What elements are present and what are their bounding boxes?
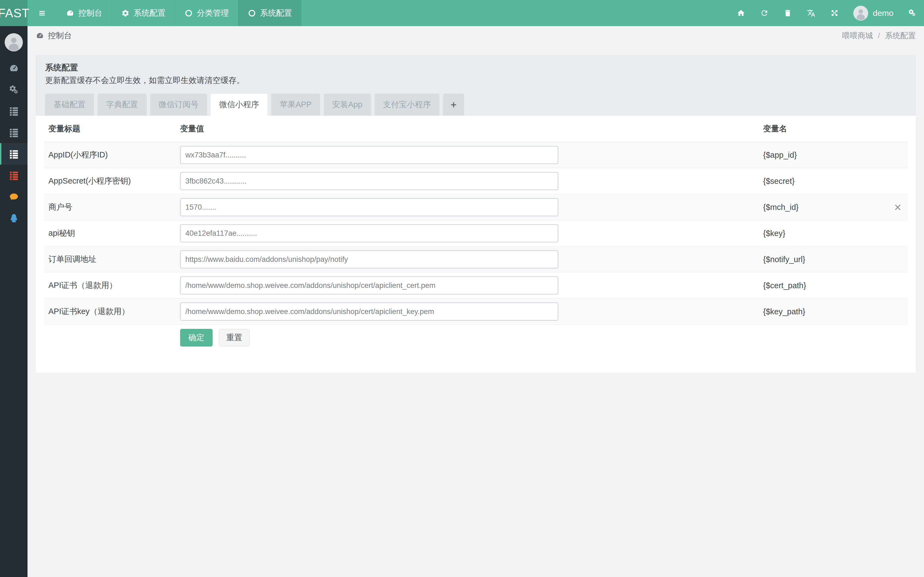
settings-button[interactable]: [901, 0, 924, 26]
cogs-icon: [908, 9, 917, 17]
topnav-tab-label: 系统配置: [134, 8, 166, 19]
row-label: API证书key（退款用）: [44, 306, 176, 317]
config-panel: 系统配置 更新配置缓存不会立即生效，如需立即生效请清空缓存。 基础配置 字典配置…: [36, 55, 916, 372]
table-header-row: 变量标题 变量值 变量名: [44, 116, 908, 142]
cogs-icon: [9, 85, 19, 95]
main-content: 控制台 喂喂商城 / 系统配置 系统配置 更新配置缓存不会立即生效，如需立即生效…: [27, 26, 924, 372]
sidebar-item-list-1[interactable]: [0, 100, 27, 122]
expand-arrows-icon: [830, 9, 839, 17]
variable-name: {$key_path}: [763, 307, 805, 316]
sidebar-toggle-button[interactable]: [27, 0, 57, 26]
tab-alipay-miniprogram[interactable]: 支付宝小程序: [375, 94, 439, 116]
tab-wechat-subscription[interactable]: 微信订阅号: [150, 94, 207, 116]
breadcrumb-separator: /: [878, 31, 880, 40]
variable-name: {$app_id}: [763, 151, 797, 160]
sidebar-item-comments[interactable]: [0, 186, 27, 208]
user-menu[interactable]: demo: [846, 6, 901, 21]
hamburger-icon: [38, 9, 46, 17]
qq-penguin-icon: [9, 213, 19, 223]
breadcrumb: 喂喂商城 / 系统配置: [842, 31, 916, 41]
topnav-tab-system-config[interactable]: 系统配置: [111, 0, 175, 26]
row-label: AppID(小程序ID): [44, 150, 176, 160]
sidebar: [0, 26, 27, 577]
dashboard-icon: [66, 9, 74, 17]
config-tab-bar: 基础配置 字典配置 微信订阅号 微信小程序 苹果APP 安装App 支付宝小程序: [45, 94, 906, 116]
dashboard-icon: [36, 32, 44, 40]
navbar-right: demo: [729, 0, 924, 26]
row-label: AppSecret(小程序密钥): [44, 176, 176, 187]
actions-row: 确定 重置: [44, 324, 908, 351]
sidebar-item-qq[interactable]: [0, 208, 27, 229]
fullscreen-button[interactable]: [823, 0, 846, 26]
list-icon: [9, 149, 19, 159]
language-button[interactable]: [800, 0, 823, 26]
app-id-input[interactable]: [180, 146, 558, 164]
topnav-tab-label: 分类管理: [197, 8, 229, 19]
close-icon: [894, 204, 901, 211]
reset-button[interactable]: 重置: [219, 329, 250, 347]
topnav-tab-label: 控制台: [78, 8, 102, 19]
breadcrumb-parent[interactable]: 喂喂商城: [842, 31, 873, 41]
top-navbar: FAST 控制台 系统配置 分类管理 系统配置: [0, 0, 924, 26]
variable-name: {$cert_path}: [763, 281, 806, 290]
sidebar-item-system-config-active[interactable]: [0, 143, 27, 164]
delete-row-button[interactable]: [894, 204, 908, 211]
home-icon: [737, 9, 745, 17]
panel-title: 系统配置: [45, 62, 906, 73]
key-path-input[interactable]: [180, 303, 558, 321]
topnav-tab-dashboard[interactable]: 控制台: [57, 0, 111, 26]
tab-install-app[interactable]: 安装App: [324, 94, 371, 116]
username-label: demo: [873, 8, 893, 18]
app-secret-input[interactable]: [180, 172, 558, 190]
tab-basic-config[interactable]: 基础配置: [45, 94, 94, 116]
table-row: API证书key（退款用） {$key_path}: [44, 298, 908, 324]
submit-button[interactable]: 确定: [180, 329, 213, 347]
home-button[interactable]: [729, 0, 753, 26]
page-title: 控制台: [48, 30, 72, 41]
table-row: AppID(小程序ID) {$app_id}: [44, 142, 908, 168]
topnav-tab-category[interactable]: 分类管理: [175, 0, 238, 26]
sidebar-item-list-2[interactable]: [0, 122, 27, 143]
table-row: AppSecret(小程序密钥) {$secret}: [44, 168, 908, 194]
api-key-input[interactable]: [180, 224, 558, 242]
cert-path-input[interactable]: [180, 276, 558, 295]
table-row: 商户号 {$mch_id}: [44, 194, 908, 220]
avatar: [853, 6, 868, 21]
actions-cell: 确定 重置: [176, 329, 250, 347]
trash-icon: [783, 9, 792, 17]
panel-heading: 系统配置 更新配置缓存不会立即生效，如需立即生效请清空缓存。 基础配置 字典配置…: [36, 55, 916, 116]
breadcrumb-current: 系统配置: [885, 31, 916, 41]
add-tab-button[interactable]: [443, 94, 464, 116]
topnav-tabs: 控制台 系统配置 分类管理 系统配置: [57, 0, 301, 26]
variable-name: {$key}: [763, 229, 785, 238]
plus-icon: [450, 101, 457, 108]
clear-cache-button[interactable]: [776, 0, 800, 26]
row-label: 商户号: [44, 201, 176, 213]
tab-dictionary-config[interactable]: 字典配置: [98, 94, 147, 116]
list-icon: [9, 170, 19, 181]
refresh-button[interactable]: [753, 0, 776, 26]
tab-apple-app[interactable]: 苹果APP: [271, 94, 320, 116]
sidebar-item-general-config[interactable]: [0, 79, 27, 100]
sidebar-item-dashboard[interactable]: [0, 57, 27, 79]
row-label: api秘钥: [44, 228, 176, 239]
topnav-tab-label: 系统配置: [260, 8, 292, 19]
table-row: api秘钥 {$key}: [44, 220, 908, 246]
tab-wechat-miniprogram-active[interactable]: 微信小程序: [211, 94, 268, 116]
list-icon: [9, 106, 19, 116]
table-row: 订单回调地址 {$notify_url}: [44, 246, 908, 272]
sidebar-avatar[interactable]: [5, 33, 23, 52]
variable-name: {$notify_url}: [763, 255, 805, 264]
app-logo[interactable]: FAST: [0, 0, 27, 26]
sidebar-item-list-red[interactable]: [0, 164, 27, 186]
row-label: 订单回调地址: [44, 254, 176, 265]
translate-icon: [807, 9, 816, 17]
variable-name: {$mch_id}: [763, 203, 799, 212]
comment-icon: [9, 192, 19, 202]
column-header-title: 变量标题: [44, 123, 176, 134]
notify-url-input[interactable]: [180, 250, 558, 268]
refresh-icon: [760, 9, 769, 17]
topnav-tab-system-config-active[interactable]: 系统配置: [238, 0, 301, 26]
panel-body: 变量标题 变量值 变量名 AppID(小程序ID) {$app_id} AppS…: [36, 116, 916, 372]
merchant-id-input[interactable]: [180, 198, 558, 216]
